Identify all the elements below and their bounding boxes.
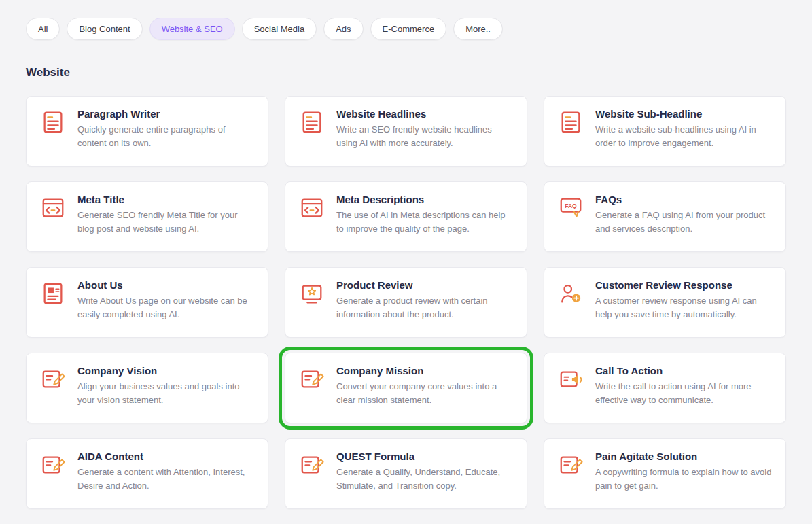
template-card-company-vision[interactable]: Company VisionAlign your business values… xyxy=(26,353,268,423)
filter-pill-ads[interactable]: Ads xyxy=(323,18,363,40)
template-card-call-to-action[interactable]: Call To ActionWrite the call to action u… xyxy=(544,353,786,423)
card-description: Generate a Qualify, Understand, Educate,… xyxy=(336,466,513,492)
card-title: Website Headlines xyxy=(336,108,513,120)
doc-lines-icon xyxy=(558,109,585,137)
person-star-icon xyxy=(558,281,585,308)
templates-page: AllBlog ContentWebsite & SEOSocial Media… xyxy=(26,18,786,509)
filter-pill-all[interactable]: All xyxy=(26,18,60,40)
card-title: Call To Action xyxy=(595,365,772,377)
faq-bubble-icon: FAQ xyxy=(558,195,585,222)
card-text: Pain Agitate SolutionA copywriting formu… xyxy=(595,451,772,492)
card-description: A copywriting formula to explain how to … xyxy=(595,466,772,492)
doc-star-icon xyxy=(299,281,326,308)
template-card-website-headlines[interactable]: Website HeadlinesWrite an SEO frendly we… xyxy=(285,96,527,167)
card-title: AIDA Content xyxy=(77,451,254,462)
filter-pill-website-seo[interactable]: Website & SEO xyxy=(149,18,235,40)
doc-pen-icon xyxy=(299,366,326,394)
card-title: QUEST Formula xyxy=(336,451,513,462)
card-text: Company VisionAlign your business values… xyxy=(77,365,254,406)
doc-lines-icon xyxy=(299,109,326,137)
doc-pen-icon xyxy=(299,452,326,479)
card-description: The use of AI in Meta descriptions can h… xyxy=(336,209,513,235)
template-card-meta-descriptions[interactable]: Meta DescriptionsThe use of AI in Meta d… xyxy=(285,181,527,252)
card-description: Align your business values and goals int… xyxy=(77,380,254,406)
card-text: Product ReviewGenerate a product review … xyxy=(336,279,513,321)
card-text: Paragraph WriterQuickly generate entire … xyxy=(77,108,254,150)
template-card-pain-agitate-solution[interactable]: Pain Agitate SolutionA copywriting formu… xyxy=(544,438,786,509)
card-description: Generate a product review with certain i… xyxy=(336,294,513,321)
card-text: About UsWrite About Us page on our websi… xyxy=(77,279,254,321)
template-card-product-review[interactable]: Product ReviewGenerate a product review … xyxy=(285,267,527,338)
card-description: Generate SEO frendly Meta Title for your… xyxy=(77,209,254,235)
template-card-website-sub-headline[interactable]: Website Sub-HeadlineWrite a website sub-… xyxy=(544,96,786,167)
filter-pill-more[interactable]: More.. xyxy=(453,18,503,40)
code-tag-icon xyxy=(40,195,67,222)
filter-pill-e-commerce[interactable]: E-Commerce xyxy=(370,18,447,40)
card-description: Write a website sub-headlines using AI i… xyxy=(595,123,772,150)
doc-lines-icon xyxy=(40,109,67,137)
code-tag-icon xyxy=(299,195,326,222)
card-description: A customer review response using AI can … xyxy=(595,294,772,321)
template-card-paragraph-writer[interactable]: Paragraph WriterQuickly generate entire … xyxy=(26,96,268,167)
doc-pen-icon xyxy=(40,452,67,479)
section-title: Website xyxy=(26,66,786,80)
template-card-company-mission[interactable]: Company MissionConvert your company core… xyxy=(285,353,527,423)
doc-text-icon xyxy=(40,281,67,308)
card-title: Meta Title xyxy=(77,194,254,205)
card-title: Meta Descriptions xyxy=(336,194,513,205)
template-card-aida-content[interactable]: AIDA ContentGenerate a content with Atte… xyxy=(26,438,268,509)
card-title: Paragraph Writer xyxy=(77,108,254,120)
card-title: Pain Agitate Solution xyxy=(595,451,772,462)
card-text: QUEST FormulaGenerate a Qualify, Underst… xyxy=(336,451,513,492)
template-card-faqs[interactable]: FAQ FAQsGenerate a FAQ using AI from you… xyxy=(544,181,786,252)
card-description: Quickly generate entire paragraphs of co… xyxy=(77,123,254,150)
card-text: Website Sub-HeadlineWrite a website sub-… xyxy=(595,108,772,150)
template-card-customer-review-response[interactable]: Customer Review ResponseA customer revie… xyxy=(544,267,786,338)
card-description: Convert your company core values into a … xyxy=(336,380,513,406)
template-card-about-us[interactable]: About UsWrite About Us page on our websi… xyxy=(26,267,268,338)
doc-pen-icon xyxy=(40,366,67,394)
filter-pill-blog-content[interactable]: Blog Content xyxy=(67,18,142,40)
card-text: Website HeadlinesWrite an SEO frendly we… xyxy=(336,108,513,150)
card-description: Write About Us page on our website can b… xyxy=(77,294,254,321)
template-grid: Paragraph WriterQuickly generate entire … xyxy=(26,96,786,509)
template-card-meta-title[interactable]: Meta TitleGenerate SEO frendly Meta Titl… xyxy=(26,181,268,252)
card-description: Write an SEO frendly website headlines u… xyxy=(336,123,513,150)
doc-pen-icon xyxy=(558,452,585,479)
card-description: Write the call to action using AI for mo… xyxy=(595,380,772,406)
doc-speaker-icon xyxy=(558,366,585,394)
card-description: Generate a content with Attention, Inter… xyxy=(77,466,254,492)
card-text: AIDA ContentGenerate a content with Atte… xyxy=(77,451,254,492)
template-card-quest-formula[interactable]: QUEST FormulaGenerate a Qualify, Underst… xyxy=(285,438,527,509)
card-title: Product Review xyxy=(336,279,513,291)
card-title: Company Mission xyxy=(336,365,513,377)
filter-pill-social-media[interactable]: Social Media xyxy=(242,18,317,40)
card-description: Generate a FAQ using AI from your produc… xyxy=(595,209,772,235)
card-title: Customer Review Response xyxy=(595,279,772,291)
card-title: About Us xyxy=(77,279,254,291)
card-text: Company MissionConvert your company core… xyxy=(336,365,513,406)
card-text: FAQsGenerate a FAQ using AI from your pr… xyxy=(595,194,772,235)
svg-text:FAQ: FAQ xyxy=(565,203,577,209)
card-title: FAQs xyxy=(595,194,772,205)
card-title: Company Vision xyxy=(77,365,254,377)
card-text: Call To ActionWrite the call to action u… xyxy=(595,365,772,406)
card-title: Website Sub-Headline xyxy=(595,108,772,120)
card-text: Meta DescriptionsThe use of AI in Meta d… xyxy=(336,194,513,235)
card-text: Meta TitleGenerate SEO frendly Meta Titl… xyxy=(77,194,254,235)
card-text: Customer Review ResponseA customer revie… xyxy=(595,279,772,321)
filter-bar: AllBlog ContentWebsite & SEOSocial Media… xyxy=(26,18,786,40)
